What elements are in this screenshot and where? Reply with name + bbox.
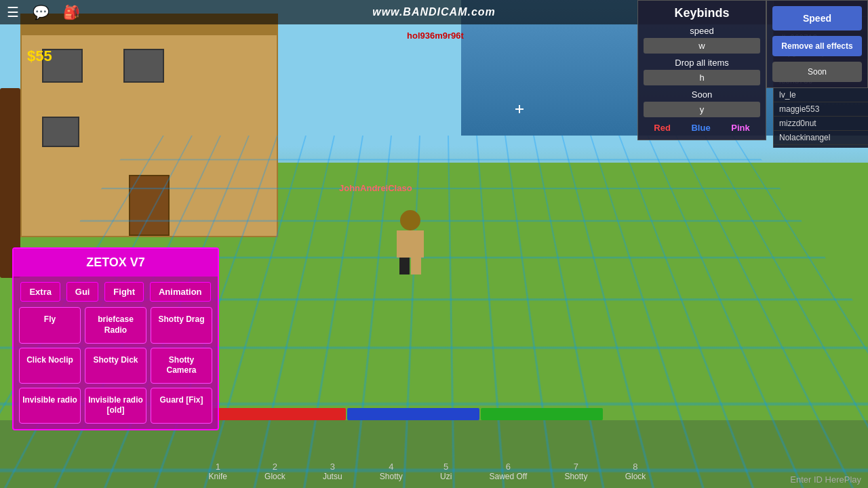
bandicam-url: www.BANDICAM.com xyxy=(372,6,496,18)
zetox-invisible-radio-btn[interactable]: Invisible radio xyxy=(19,388,81,424)
speed-button[interactable]: Speed xyxy=(772,6,862,30)
zetox-click-noclip-btn[interactable]: Click Noclip xyxy=(19,348,81,384)
hotbar-slot-6[interactable]: 6 Sawed Off xyxy=(489,462,527,481)
zetox-guard-fix-btn[interactable]: Guard [Fix] xyxy=(151,388,212,424)
hotbar-num-7: 7 xyxy=(574,462,578,472)
player-name-top: hol936m9r96t xyxy=(407,30,464,41)
drop-key[interactable]: h xyxy=(644,70,760,85)
keybinds-panel: Keybinds speed w Drop all items h Soon y… xyxy=(637,0,766,140)
speed-remove-panel: Speed Remove all effects Soon xyxy=(766,0,868,88)
building-window2 xyxy=(123,49,164,83)
player-leg-right xyxy=(411,258,421,274)
zetox-button-grid: Fly briefcase Radio Shotty Drag Click No… xyxy=(14,307,218,424)
speed-keybind-row: speed w xyxy=(644,26,760,54)
hotbar-slot-5[interactable]: 5 Uzi xyxy=(440,462,452,481)
soon-keybind-row: Soon y xyxy=(644,89,760,117)
hotbar-slot-4[interactable]: 4 Shotty xyxy=(380,462,403,481)
player-body xyxy=(397,230,424,258)
inventory-icon[interactable]: 🎒 xyxy=(63,4,80,20)
zetox-fly-btn[interactable]: Fly xyxy=(19,307,81,343)
zetox-tab-extra[interactable]: Extra xyxy=(20,282,60,302)
hotbar-label-2: Glock xyxy=(264,472,285,481)
health-bars xyxy=(214,408,620,420)
hotbar-slot-7[interactable]: 7 Shotty xyxy=(564,462,587,481)
player-item[interactable]: Nolackinangel xyxy=(774,131,868,145)
enter-id-text[interactable]: Enter ID HerePlay xyxy=(790,474,861,485)
speed-key[interactable]: w xyxy=(644,38,760,54)
player-leg-left xyxy=(399,258,410,274)
red-color-btn[interactable]: Red xyxy=(650,121,675,134)
player-legs xyxy=(393,258,427,274)
hotbar-label-5: Uzi xyxy=(440,472,452,481)
zetox-invisible-radio-old-btn[interactable]: Invisible radio [old] xyxy=(85,388,146,424)
zetox-panel: ZETOX V7 Extra Gui Fight Animation Fly b… xyxy=(12,247,219,430)
hotbar-label-8: Glock xyxy=(625,472,646,481)
player-character xyxy=(393,210,427,271)
hotbar-label-3: Jutsu xyxy=(323,472,342,481)
hotbar-num-5: 5 xyxy=(443,462,448,472)
hotbar-num-1: 1 xyxy=(216,462,220,472)
hotbar: 1 Knife 2 Glock 3 Jutsu 4 Shotty 5 Uzi 6… xyxy=(190,462,665,481)
hotbar-slot-8[interactable]: 8 Glock xyxy=(625,462,646,481)
hotbar-label-1: Knife xyxy=(209,472,227,481)
zetox-shotty-dick-btn[interactable]: Shotty Dick xyxy=(85,348,146,384)
color-buttons: Red Blue Pink xyxy=(644,121,760,134)
drop-keybind-row: Drop all items h xyxy=(644,58,760,85)
soon-button[interactable]: Soon xyxy=(772,62,862,82)
hotbar-num-6: 6 xyxy=(506,462,511,472)
hotbar-slot-2[interactable]: 2 Glock xyxy=(264,462,285,481)
soon-key: y xyxy=(644,102,760,117)
pink-color-btn[interactable]: Pink xyxy=(727,121,753,134)
health-bar-blue xyxy=(347,408,479,420)
drop-label: Drop all items xyxy=(644,58,760,68)
player-item[interactable]: lv_le xyxy=(774,88,868,102)
menu-icon[interactable]: ☰ xyxy=(7,4,19,20)
zetox-tabs: Extra Gui Fight Animation xyxy=(14,282,218,302)
hotbar-label-4: Shotty xyxy=(380,472,403,481)
hotbar-slot-3[interactable]: 3 Jutsu xyxy=(323,462,342,481)
zetox-tab-gui[interactable]: Gui xyxy=(66,282,99,302)
zetox-title: ZETOX V7 xyxy=(14,249,218,277)
keybinds-title: Keybinds xyxy=(644,6,760,20)
zetox-briefcase-radio-btn[interactable]: briefcase Radio xyxy=(85,307,146,343)
zetox-tab-animation[interactable]: Animation xyxy=(150,282,211,302)
player-name-center: JohnAndreiClaso xyxy=(339,183,412,193)
speed-label: speed xyxy=(644,26,760,36)
hotbar-label-6: Sawed Off xyxy=(489,472,527,481)
money-display: $55 xyxy=(27,47,52,65)
hotbar-slot-1[interactable]: 1 Knife xyxy=(209,462,227,481)
health-bar-green xyxy=(481,408,603,420)
hotbar-num-8: 8 xyxy=(633,462,637,472)
building-window3 xyxy=(42,117,79,147)
soon-label: Soon xyxy=(644,89,760,100)
blue-color-btn[interactable]: Blue xyxy=(687,121,714,134)
player-item[interactable]: mizzd0nut xyxy=(774,117,868,131)
hotbar-label-7: Shotty xyxy=(564,472,587,481)
zetox-shotty-drag-btn[interactable]: Shotty Drag xyxy=(151,307,212,343)
zetox-shotty-camera-btn[interactable]: Shotty Camera xyxy=(151,348,212,384)
player-item[interactable]: maggie553 xyxy=(774,102,868,117)
game-cursor xyxy=(515,105,524,113)
hotbar-num-3: 3 xyxy=(330,462,335,472)
hotbar-num-4: 4 xyxy=(389,462,393,472)
zetox-tab-fight[interactable]: Fight xyxy=(104,282,144,302)
hotbar-num-2: 2 xyxy=(273,462,277,472)
remove-effects-button[interactable]: Remove all effects xyxy=(772,36,862,56)
player-head xyxy=(400,210,420,230)
chat-icon[interactable]: 💬 xyxy=(33,4,50,20)
health-bar-red xyxy=(214,408,346,420)
